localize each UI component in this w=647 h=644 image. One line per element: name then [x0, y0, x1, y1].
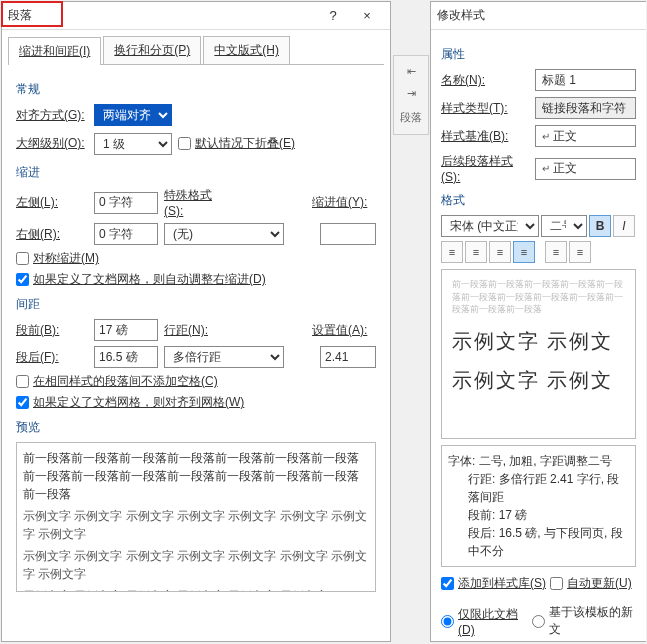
no-space-same-style-checkbox[interactable]: 在相同样式的段落间不添加空格(C) [16, 373, 376, 390]
line-spacing-label: 行距(N): [164, 322, 228, 339]
snap-grid-checkbox[interactable]: 如果定义了文档网格，则对齐到网格(W) [16, 394, 376, 411]
ribbon-fragment: ⇤ ⇥ 段落 [393, 55, 429, 135]
auto-adjust-indent-checkbox[interactable]: 如果定义了文档网格，则自动调整右缩进(D) [16, 271, 376, 288]
sample-box: 前一段落前一段落前一段落前一段落前一段落前一段落前一段落前一段落前一段落前一段落… [441, 269, 636, 439]
type-label: 样式类型(T): [441, 100, 529, 117]
special-select[interactable]: (无) [164, 223, 284, 245]
space-after-input[interactable] [94, 346, 158, 368]
dialog-body: 常规 对齐方式(G): 两端对齐 大纲级别(O): 1 级 默认情况下折叠(E)… [2, 65, 390, 600]
spacing-button[interactable]: ≡ [569, 241, 591, 263]
section-indent: 缩进 [16, 164, 376, 181]
name-label: 名称(N): [441, 72, 529, 89]
paragraph-group-label: 段落 [400, 110, 422, 125]
indent-icon[interactable]: ⇥ [407, 87, 416, 100]
indent-right-input[interactable] [94, 223, 158, 245]
add-to-library-checkbox[interactable]: 添加到样式库(S) [441, 575, 546, 592]
tab-asian[interactable]: 中文版式(H) [203, 36, 290, 64]
section-format: 格式 [441, 192, 636, 209]
section-preview: 预览 [16, 419, 376, 436]
space-after-label: 段后(F): [16, 349, 88, 366]
align-left-button[interactable]: ≡ [441, 241, 463, 263]
help-button[interactable]: ? [316, 8, 350, 23]
space-before-input[interactable] [94, 319, 158, 341]
tab-line-page[interactable]: 换行和分页(P) [103, 36, 201, 64]
paragraph-icon: ↵ [542, 131, 550, 142]
tab-indent-spacing[interactable]: 缩进和间距(I) [8, 37, 101, 65]
special-label: 特殊格式(S): [164, 187, 228, 218]
line-spacing-select[interactable]: 多倍行距 [164, 346, 284, 368]
align-toolbar: ≡ ≡ ≡ ≡ ≡ ≡ [441, 241, 636, 263]
indent-icon[interactable]: ⇤ [407, 65, 416, 78]
style-description: 字体: 二号, 加粗, 字距调整二号 行距: 多倍行距 2.41 字行, 段落间… [441, 445, 636, 567]
tab-strip: 缩进和间距(I) 换行和分页(P) 中文版式(H) [8, 36, 384, 65]
preview-box: 前一段落前一段落前一段落前一段落前一段落前一段落前一段落前一段落前一段落前一段落… [16, 442, 376, 592]
align-right-button[interactable]: ≡ [489, 241, 511, 263]
type-select: 链接段落和字符 [535, 97, 636, 119]
size-select[interactable]: 二号 [541, 215, 587, 237]
outline-select[interactable]: 1 级 [94, 133, 172, 155]
only-this-doc-radio[interactable]: 仅限此文档(D) [441, 606, 528, 637]
highlight-title [1, 1, 63, 27]
base-select[interactable]: ↵正文 [535, 125, 636, 147]
dialog-body: 属性 名称(N):标题 1 样式类型(T):链接段落和字符 样式基准(B):↵正… [431, 30, 646, 644]
indent-right-label: 右侧(R): [16, 226, 88, 243]
italic-button[interactable]: I [613, 215, 635, 237]
alignment-select[interactable]: 两端对齐 [94, 104, 172, 126]
auto-update-checkbox[interactable]: 自动更新(U) [550, 575, 632, 592]
section-general: 常规 [16, 81, 376, 98]
next-label: 后续段落样式(S): [441, 153, 529, 184]
paragraph-dialog: 段落 ? × 缩进和间距(I) 换行和分页(P) 中文版式(H) 常规 对齐方式… [1, 1, 391, 642]
indent-value-input[interactable] [320, 223, 376, 245]
collapse-checkbox[interactable]: 默认情况下折叠(E) [178, 135, 295, 152]
outline-label: 大纲级别(O): [16, 135, 88, 152]
section-spacing: 间距 [16, 296, 376, 313]
align-justify-button[interactable]: ≡ [513, 241, 535, 263]
close-button[interactable]: × [350, 8, 384, 23]
align-center-button[interactable]: ≡ [465, 241, 487, 263]
spacing-button[interactable]: ≡ [545, 241, 567, 263]
modify-style-dialog: 修改样式 属性 名称(N):标题 1 样式类型(T):链接段落和字符 样式基准(… [430, 1, 646, 642]
next-select[interactable]: ↵正文 [535, 158, 636, 180]
indent-left-input[interactable] [94, 192, 158, 214]
alignment-label: 对齐方式(G): [16, 107, 88, 124]
section-properties: 属性 [441, 46, 636, 63]
indent-value-label: 缩进值(Y): [312, 194, 376, 211]
space-before-label: 段前(B): [16, 322, 88, 339]
titlebar: 修改样式 [431, 2, 646, 30]
template-radio[interactable]: 基于该模板的新文 [532, 604, 636, 638]
bold-button[interactable]: B [589, 215, 611, 237]
base-label: 样式基准(B): [441, 128, 529, 145]
paragraph-icon: ↵ [542, 163, 550, 174]
name-input[interactable]: 标题 1 [535, 69, 636, 91]
font-toolbar: 宋体 (中文正文) 二号 B I [441, 215, 636, 237]
indent-left-label: 左侧(L): [16, 194, 88, 211]
set-at-label: 设置值(A): [312, 322, 376, 339]
mirror-indent-checkbox[interactable]: 对称缩进(M) [16, 250, 376, 267]
font-select[interactable]: 宋体 (中文正文) [441, 215, 539, 237]
dialog-title: 修改样式 [437, 7, 640, 24]
set-at-input[interactable] [320, 346, 376, 368]
